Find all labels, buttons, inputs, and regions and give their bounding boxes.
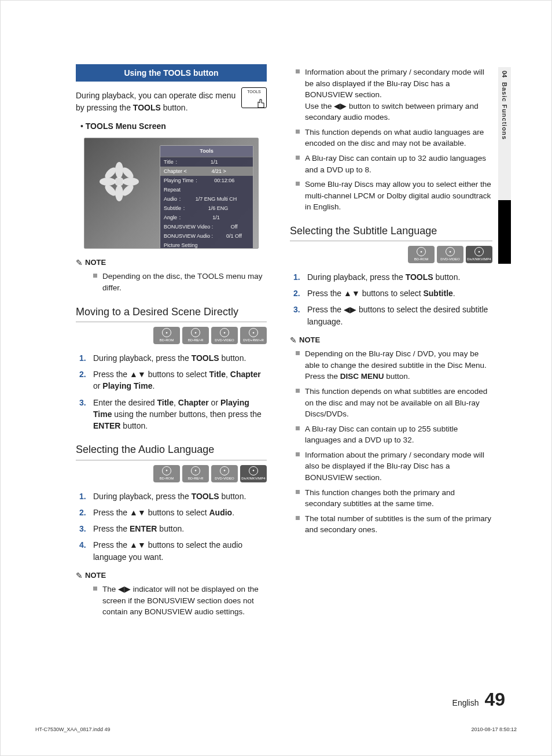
chapter-tab: 04 Basic Functions xyxy=(498,67,511,200)
disc-icons-move: ●BD-ROM●BD-RE/-R●DVD-VIDEO●DVD+RW/+R xyxy=(76,327,267,344)
note-list-1: Depending on the disc, the TOOLS menu ma… xyxy=(93,271,267,293)
tools-osd-row: Angle:1/1 xyxy=(160,213,253,223)
section-subtitle-lang: Selecting the Subtitle Language xyxy=(290,223,492,241)
note-list-audio-cont: Information about the primary / secondar… xyxy=(296,67,492,213)
disc-type-icon: ●DVD-VIDEO xyxy=(211,327,238,344)
disc-type-icon: ●DVD-VIDEO xyxy=(211,465,238,482)
intro-text: During playback, you can operate disc me… xyxy=(76,90,267,113)
tools-osd-row: BONUSVIEW Video :Off xyxy=(160,223,253,232)
left-column: Using the TOOLS button TOOLS During play… xyxy=(76,64,267,624)
tools-osd-row: Subtitle:1/6 ENG xyxy=(160,204,253,213)
note-item: The ◀▶ indicator will not be displayed o… xyxy=(93,584,267,618)
step-item: Enter the desired Title, Chapter or Play… xyxy=(76,397,267,432)
section-header-tools: Using the TOOLS button xyxy=(76,64,267,82)
note-heading: ✎ NOTE xyxy=(290,334,492,346)
note-heading: ✎ NOTE xyxy=(76,257,267,268)
tools-osd-title: Tools xyxy=(160,146,253,157)
print-file: HT-C7530W_XAA_0817.indd 49 xyxy=(35,727,111,732)
tools-osd-row: Playing Time:00:12:06 xyxy=(160,176,253,185)
svg-point-1 xyxy=(115,162,123,178)
note-list-subtitle: Depending on the Blu-ray Disc / DVD, you… xyxy=(296,348,492,535)
note-item: A Blu-ray Disc can contain up to 32 audi… xyxy=(296,153,492,175)
step-item: Press the ▲▼ buttons to select Subtitle. xyxy=(290,287,492,299)
tools-osd-panel: Tools Title:1/1Chapter<4/21 >Playing Tim… xyxy=(160,145,253,249)
section-audio-lang: Selecting the Audio Language xyxy=(76,442,267,460)
steps-audio: During playback, press the TOOLS button.… xyxy=(76,491,267,563)
chapter-title: Basic Functions xyxy=(501,82,508,140)
disc-type-icon: ●DVD+RW/+R xyxy=(240,327,267,344)
section-move-scene: Moving to a Desired Scene Directly xyxy=(76,304,267,322)
step-item: Press the ENTER button. xyxy=(76,523,267,534)
svg-point-3 xyxy=(100,178,116,186)
disc-type-icon: ●BD-ROM xyxy=(153,327,180,344)
manual-page: 04 Basic Functions Using the TOOLS butto… xyxy=(0,0,552,756)
svg-point-0 xyxy=(115,177,124,186)
step-item: Press the ▲▼ buttons to select the audio… xyxy=(76,539,267,563)
tools-osd-row: Title:1/1 xyxy=(160,157,253,167)
note-item: Information about the primary / secondar… xyxy=(296,449,492,484)
step-item: Press the ◀▶ buttons to select the desir… xyxy=(290,304,492,327)
disc-type-icon: ●BD-ROM xyxy=(153,465,180,482)
tools-menu-screenshot: Tools Title:1/1Chapter<4/21 >Playing Tim… xyxy=(84,138,259,249)
tools-icon-label: TOOLS xyxy=(247,90,261,94)
note-item: This function depends on what subtitles … xyxy=(296,386,492,420)
print-timestamp: 2010-08-17 8:50:12 xyxy=(471,727,517,732)
tools-osd-row: BONUSVIEW Audio :0/1 Off xyxy=(160,232,253,241)
tools-osd-row: Picture Setting xyxy=(160,241,253,249)
flower-graphic xyxy=(99,161,139,202)
pencil-icon: ✎ xyxy=(76,257,83,268)
note-label: NOTE xyxy=(85,257,106,268)
disc-type-icon: ●BD-RE/-R xyxy=(182,465,209,482)
step-item: During playback, press the TOOLS button. xyxy=(76,352,267,364)
note-list-audio: The ◀▶ indicator will not be displayed o… xyxy=(93,584,267,618)
tools-button-graphic: TOOLS xyxy=(241,87,267,108)
step-item: Press the ▲▼ buttons to select Title, Ch… xyxy=(76,368,267,392)
page-footer: English 49 xyxy=(452,689,505,710)
tools-osd-row: Audio:1/7 ENG Multi CH xyxy=(160,194,253,204)
note-item: Depending on the disc, the TOOLS menu ma… xyxy=(93,271,267,293)
pencil-icon: ✎ xyxy=(76,570,83,581)
note-item: This function depends on what audio lang… xyxy=(296,127,492,149)
step-item: Press the ▲▼ buttons to select Audio. xyxy=(76,507,267,518)
note-item: Depending on the Blu-ray Disc / DVD, you… xyxy=(296,348,492,382)
note-label: NOTE xyxy=(85,570,106,581)
disc-icons-subtitle: ●BD-ROM●DVD-VIDEO●DivX/MKV/MP4 xyxy=(290,246,492,263)
footer-lang: English xyxy=(452,698,479,707)
steps-subtitle: During playback, press the TOOLS button.… xyxy=(290,271,492,327)
hand-icon xyxy=(256,97,270,111)
disc-icons-audio: ●BD-ROM●BD-RE/-R●DVD-VIDEO●DivX/MKV/MP4 xyxy=(76,465,267,482)
disc-type-icon: ●DVD-VIDEO xyxy=(437,246,463,263)
step-item: During playback, press the TOOLS button. xyxy=(290,271,492,283)
disc-type-icon: ●BD-ROM xyxy=(408,246,435,263)
pencil-icon: ✎ xyxy=(290,334,297,346)
tools-menu-screen-label: TOOLS Menu Screen xyxy=(80,120,267,132)
right-column: Information about the primary / secondar… xyxy=(290,64,492,624)
note-item: The total number of subtitles is the sum… xyxy=(296,513,492,536)
tools-osd-row: Repeat xyxy=(160,185,253,194)
disc-type-icon: ●BD-RE/-R xyxy=(182,327,209,344)
print-meta: HT-C7530W_XAA_0817.indd 49 2010-08-17 8:… xyxy=(35,727,517,732)
tools-osd-row: Chapter<4/21 > xyxy=(160,167,253,176)
note-item: Information about the primary / secondar… xyxy=(296,67,492,123)
svg-point-2 xyxy=(115,185,123,201)
steps-move: During playback, press the TOOLS button.… xyxy=(76,352,267,432)
chapter-number: 04 xyxy=(501,71,508,78)
note-heading: ✎ NOTE xyxy=(76,570,267,581)
svg-point-4 xyxy=(123,178,139,186)
chapter-marker xyxy=(498,200,511,264)
disc-type-icon: ●DivX/MKV/MP4 xyxy=(240,465,267,482)
step-item: During playback, press the TOOLS button. xyxy=(76,491,267,502)
note-item: Some Blu-ray Discs may allow you to sele… xyxy=(296,179,492,213)
disc-type-icon: ●DivX/MKV/MP4 xyxy=(466,246,492,263)
note-item: This function changes both the primary a… xyxy=(296,487,492,510)
note-label: NOTE xyxy=(299,335,320,346)
note-item: A Blu-ray Disc can contain up to 255 sub… xyxy=(296,423,492,446)
page-number: 49 xyxy=(484,689,505,710)
